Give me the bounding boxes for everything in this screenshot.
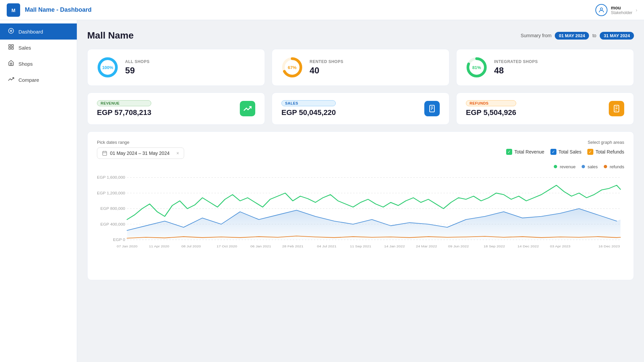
svg-text:EGP 1,200,000: EGP 1,200,000 [97, 191, 125, 195]
kpi-amount-sales: EGP 50,045,220 [281, 108, 336, 117]
stat-info-rented-shops: RENTED SHOPS 40 [310, 59, 343, 76]
dashboard-icon [8, 28, 14, 35]
kpi-amount-refunds: EGP 5,504,926 [466, 108, 516, 117]
donut-rented-shops: 67% [281, 57, 303, 78]
svg-text:EGP 400,000: EGP 400,000 [100, 223, 125, 226]
svg-rect-8 [12, 48, 13, 49]
sidebar-item-compare[interactable]: Compare [0, 72, 77, 88]
svg-text:EGP 800,000: EGP 800,000 [100, 207, 125, 210]
kpi-card-refunds: REFUNDS EGP 5,504,926 [456, 93, 634, 125]
legend-refunds: refunds [604, 164, 624, 169]
donut-integrated-shops: 81% [466, 57, 487, 78]
checkbox-icon-refunds: ✓ [587, 149, 593, 155]
svg-rect-7 [9, 48, 10, 49]
compare-icon [8, 76, 14, 83]
kpi-icon-revenue [240, 101, 255, 116]
svg-text:24 Mar 2022: 24 Mar 2022 [416, 245, 437, 248]
date-range-input[interactable]: 01 May 2024 – 31 May 2024 × [97, 147, 184, 159]
kpi-card-sales: SALES EGP 50,045,220 [272, 93, 449, 125]
sidebar-label-shops: Shops [18, 61, 33, 67]
kpi-left-sales: SALES EGP 50,045,220 [281, 100, 336, 117]
svg-rect-6 [12, 45, 13, 46]
svg-text:EGP 1,600,000: EGP 1,600,000 [97, 176, 125, 179]
kpi-tag-refunds: REFUNDS [466, 100, 516, 106]
kpi-left-refunds: REFUNDS EGP 5,504,926 [466, 100, 516, 117]
svg-text:M: M [11, 7, 15, 13]
user-avatar [595, 4, 607, 16]
svg-point-3 [9, 28, 14, 34]
sidebar-label-dashboard: Dashboard [18, 29, 43, 35]
sidebar-label-sales: Sales [18, 45, 31, 51]
svg-text:EGP 0: EGP 0 [113, 238, 125, 242]
summary-row: Summary from 01 MAY 2024 to 31 MAY 2024 [521, 32, 634, 40]
graph-checkboxes: ✓ Total Revenue ✓ Total Sales ✓ Total Re… [506, 149, 624, 155]
kpi-amount-revenue: EGP 57,708,213 [97, 108, 151, 117]
svg-text:14 Dec 2022: 14 Dec 2022 [518, 245, 539, 248]
app-logo: M [7, 3, 20, 17]
checkbox-total-revenue[interactable]: ✓ Total Revenue [506, 149, 544, 155]
kpi-tag-revenue: REVENUE [97, 100, 151, 106]
chart-controls: Pick dates range 01 May 2024 – 31 May 20… [97, 140, 624, 159]
date-from-badge[interactable]: 01 MAY 2024 [555, 32, 589, 40]
graph-area-select: Select graph areas ✓ Total Revenue ✓ Tot… [506, 140, 624, 155]
checkbox-total-refunds[interactable]: ✓ Total Refunds [587, 149, 624, 155]
checkbox-label-revenue: Total Revenue [514, 149, 544, 155]
stat-info-integrated-shops: INTEGRATED SHOPS 48 [494, 59, 538, 76]
stat-category-all-shops: ALL SHOPS [125, 59, 150, 64]
date-range-value: 01 May 2024 – 31 May 2024 [110, 150, 169, 156]
shops-icon [8, 60, 14, 67]
svg-text:08 Jul 2020: 08 Jul 2020 [181, 245, 201, 248]
stats-row: 100% ALL SHOPS 59 67% RENTED SHOPS [87, 49, 634, 86]
kpi-tag-sales: SALES [281, 100, 336, 106]
chart-container: EGP 1,600,000 EGP 1,200,000 EGP 800,000 … [97, 171, 624, 272]
svg-text:09 Jun 2022: 09 Jun 2022 [448, 245, 469, 248]
legend-revenue: revenue [554, 164, 576, 169]
topbar-left: M Mall Name - Dashboard [7, 3, 92, 17]
page-title: Mall Name [87, 30, 134, 41]
sidebar: Dashboard Sales Shops Compare [0, 20, 77, 362]
main-layout: Dashboard Sales Shops Compare Mall Name [0, 20, 644, 362]
sales-icon [8, 44, 14, 51]
checkbox-label-sales: Total Sales [558, 149, 581, 155]
svg-text:18 Sep 2022: 18 Sep 2022 [484, 245, 505, 248]
user-info: mou Stakeholder [611, 5, 632, 15]
svg-text:14 Jan 2022: 14 Jan 2022 [384, 245, 405, 248]
checkbox-total-sales[interactable]: ✓ Total Sales [550, 149, 581, 155]
svg-rect-5 [9, 45, 10, 46]
sidebar-item-dashboard[interactable]: Dashboard [0, 23, 77, 40]
svg-text:17 Oct 2020: 17 Oct 2020 [217, 245, 237, 248]
stat-value-all-shops: 59 [125, 65, 150, 76]
checkbox-icon-revenue: ✓ [506, 149, 512, 155]
date-picker-group: Pick dates range 01 May 2024 – 31 May 20… [97, 140, 184, 159]
svg-text:11 Apr 2020: 11 Apr 2020 [149, 245, 169, 248]
kpi-row: REVENUE EGP 57,708,213 SALES EGP 50,045,… [87, 93, 634, 125]
graph-area-label: Select graph areas [588, 140, 624, 145]
stat-card-all-shops: 100% ALL SHOPS 59 [87, 49, 265, 86]
legend-dot-sales [582, 165, 585, 168]
stat-info-all-shops: ALL SHOPS 59 [125, 59, 150, 76]
date-to-badge[interactable]: 31 MAY 2024 [600, 32, 634, 40]
stat-category-rented-shops: RENTED SHOPS [310, 59, 343, 64]
chart-svg: EGP 1,600,000 EGP 1,200,000 EGP 800,000 … [97, 171, 624, 258]
kpi-icon-refunds [609, 101, 624, 116]
chart-section: Pick dates range 01 May 2024 – 31 May 20… [87, 131, 634, 280]
topbar-right: mou Stakeholder › [595, 4, 637, 16]
stat-value-integrated-shops: 48 [494, 65, 538, 76]
kpi-left-revenue: REVENUE EGP 57,708,213 [97, 100, 151, 117]
sidebar-item-sales[interactable]: Sales [0, 40, 77, 56]
donut-label-all-shops: 100% [102, 65, 113, 70]
kpi-icon-sales [424, 101, 440, 116]
main-content: Mall Name Summary from 01 MAY 2024 to 31… [77, 20, 644, 362]
legend-sales: sales [582, 164, 598, 169]
sidebar-item-shops[interactable]: Shops [0, 56, 77, 72]
svg-rect-20 [103, 152, 107, 156]
clear-date-button[interactable]: × [176, 150, 179, 156]
svg-point-4 [10, 30, 12, 32]
stat-card-rented-shops: 67% RENTED SHOPS 40 [272, 49, 449, 86]
chevron-right-icon[interactable]: › [636, 7, 637, 13]
date-to-label: to [592, 33, 596, 38]
donut-label-integrated-shops: 81% [472, 65, 481, 70]
svg-text:28 Feb 2021: 28 Feb 2021 [282, 245, 303, 248]
page-header: Mall Name Summary from 01 MAY 2024 to 31… [87, 30, 634, 41]
kpi-card-revenue: REVENUE EGP 57,708,213 [87, 93, 265, 125]
